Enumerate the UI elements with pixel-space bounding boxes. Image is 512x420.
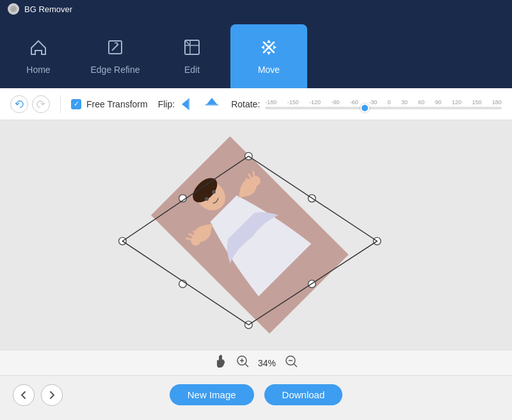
nav-item-move[interactable]: Move [230, 24, 307, 88]
svg-point-0 [10, 6, 17, 12]
svg-point-20 [245, 152, 253, 160]
flip-label: Flip: [158, 99, 175, 109]
svg-point-22 [245, 321, 253, 329]
nav-label-edit: Edit [184, 65, 200, 75]
rotate-group: Rotate: -180 -150 -120 -90 -60 -30 0 30 … [231, 99, 502, 109]
edit-icon [182, 38, 202, 59]
svg-line-13 [189, 233, 193, 237]
action-buttons: New Image Download [170, 384, 343, 405]
canvas-area [0, 120, 512, 350]
svg-point-23 [119, 237, 127, 245]
next-button[interactable] [41, 384, 63, 406]
zoom-out-icon[interactable] [285, 355, 298, 371]
free-transform-label: Free Transform [86, 99, 148, 109]
svg-marker-28 [122, 156, 377, 325]
download-button[interactable]: Download [264, 384, 343, 405]
move-icon [259, 38, 278, 59]
svg-line-35 [294, 364, 297, 367]
nav-label-home: Home [26, 65, 50, 75]
app-icon [8, 3, 19, 15]
nav-arrows [13, 384, 63, 406]
flip-vertical-button[interactable] [203, 95, 221, 113]
nav-item-edge-refine[interactable]: Edge Refine [77, 24, 154, 88]
svg-point-19 [211, 189, 216, 194]
nav-item-home[interactable]: Home [0, 24, 77, 88]
divider-1 [60, 95, 61, 113]
svg-rect-7 [151, 136, 349, 334]
free-transform-group: ✓ Free Transform [71, 99, 148, 109]
zoom-bar: 34% [0, 350, 512, 375]
prev-button[interactable] [13, 384, 35, 406]
zoom-value: 34% [258, 358, 276, 368]
svg-line-16 [248, 175, 252, 178]
svg-point-18 [204, 196, 209, 201]
svg-line-17 [246, 179, 250, 182]
free-transform-checkbox[interactable]: ✓ [71, 99, 81, 109]
nav-item-edit[interactable]: Edit [154, 24, 230, 88]
svg-point-21 [373, 237, 381, 245]
navbar: Home Edge Refine Edit [0, 18, 512, 88]
nav-label-move: Move [258, 65, 280, 75]
action-bar-inner: New Image Download [0, 384, 512, 405]
canvas-svg [0, 120, 512, 350]
action-bar: New Image Download [0, 375, 512, 414]
header-bar: BG Remover [0, 0, 512, 18]
svg-line-32 [245, 364, 248, 367]
rotate-label: Rotate: [231, 99, 260, 109]
svg-line-15 [252, 172, 256, 176]
hand-tool-icon[interactable] [214, 355, 227, 371]
redo-button[interactable] [32, 95, 50, 113]
rotate-slider[interactable] [265, 107, 502, 109]
svg-point-8 [189, 175, 232, 217]
svg-line-12 [187, 237, 191, 241]
toolbar: ✓ Free Transform Flip: Rotate: -180 -150… [0, 88, 512, 120]
svg-point-9 [188, 173, 221, 206]
svg-point-27 [179, 194, 187, 202]
new-image-button[interactable]: New Image [170, 384, 254, 405]
undo-redo-group [10, 95, 50, 113]
zoom-in-icon[interactable] [236, 355, 249, 371]
flip-group: Flip: [158, 95, 221, 113]
svg-point-24 [308, 194, 316, 202]
svg-marker-5 [207, 98, 217, 104]
nav-label-edge-refine: Edge Refine [90, 65, 140, 75]
svg-point-10 [189, 233, 203, 247]
flip-horizontal-button[interactable] [180, 95, 198, 113]
svg-point-11 [248, 174, 262, 188]
undo-button[interactable] [10, 95, 28, 113]
svg-point-26 [179, 280, 187, 288]
app-title: BG Remover [24, 4, 72, 14]
home-icon [29, 38, 48, 59]
svg-marker-3 [182, 99, 188, 109]
rotate-slider-container: -180 -150 -120 -90 -60 -30 0 30 60 90 12… [265, 99, 502, 109]
svg-point-25 [308, 280, 316, 288]
svg-line-14 [193, 231, 196, 235]
edge-refine-icon [106, 38, 125, 59]
